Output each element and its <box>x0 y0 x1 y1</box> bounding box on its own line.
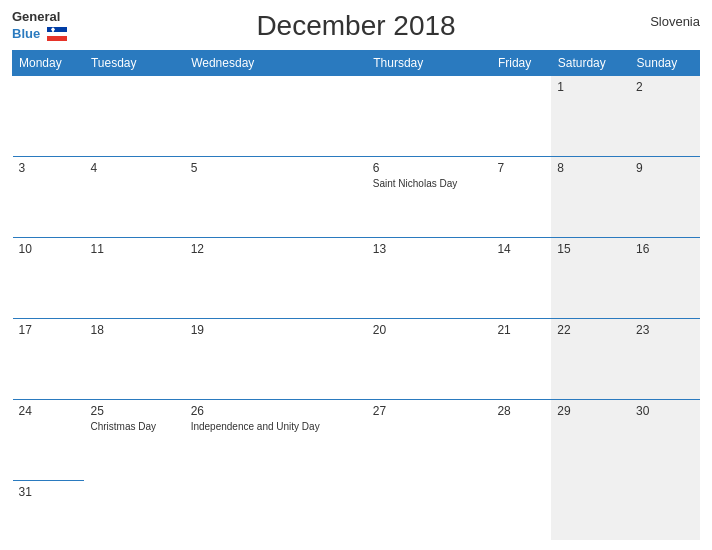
calendar-cell: 8 <box>551 156 630 237</box>
calendar-cell: 13 <box>367 237 492 318</box>
month-title: December 2018 <box>256 10 455 42</box>
svg-rect-0 <box>47 27 67 32</box>
calendar-week-row: 3456Saint Nicholas Day789 <box>13 156 700 237</box>
calendar-body: 123456Saint Nicholas Day7891011121314151… <box>13 76 700 541</box>
day-number: 15 <box>557 242 624 256</box>
calendar-cell: 29 <box>551 399 630 480</box>
calendar-cell: 31 <box>13 480 85 540</box>
day-number: 17 <box>19 323 79 337</box>
day-number: 18 <box>90 323 178 337</box>
logo: General Blue <box>12 10 67 42</box>
calendar-cell: 10 <box>13 237 85 318</box>
calendar-cell <box>367 76 492 157</box>
calendar-cell: 12 <box>185 237 367 318</box>
logo-blue-label: Blue <box>12 26 40 41</box>
day-number: 12 <box>191 242 361 256</box>
calendar-cell <box>367 480 492 540</box>
calendar-cell: 9 <box>630 156 699 237</box>
calendar-cell: 17 <box>13 318 85 399</box>
header-sunday: Sunday <box>630 51 699 76</box>
calendar-cell: 24 <box>13 399 85 480</box>
day-number: 24 <box>19 404 79 418</box>
calendar-cell <box>185 76 367 157</box>
calendar-cell: 22 <box>551 318 630 399</box>
calendar-cell <box>491 76 551 157</box>
weekday-header-row: Monday Tuesday Wednesday Thursday Friday… <box>13 51 700 76</box>
calendar-cell: 14 <box>491 237 551 318</box>
country-label: Slovenia <box>650 14 700 29</box>
calendar-cell: 23 <box>630 318 699 399</box>
calendar-cell: 19 <box>185 318 367 399</box>
day-number: 30 <box>636 404 693 418</box>
holiday-label: Christmas Day <box>90 420 178 433</box>
calendar-week-row: 10111213141516 <box>13 237 700 318</box>
day-number: 27 <box>373 404 486 418</box>
day-number: 26 <box>191 404 361 418</box>
svg-rect-2 <box>47 36 67 41</box>
day-number: 14 <box>497 242 545 256</box>
calendar-header: General Blue December 2018 Slovenia <box>12 10 700 42</box>
calendar-table: Monday Tuesday Wednesday Thursday Friday… <box>12 50 700 540</box>
day-number: 6 <box>373 161 486 175</box>
logo-flag-icon <box>47 27 67 41</box>
header-thursday: Thursday <box>367 51 492 76</box>
day-number: 16 <box>636 242 693 256</box>
svg-point-4 <box>51 28 54 31</box>
day-number: 20 <box>373 323 486 337</box>
calendar-cell: 18 <box>84 318 184 399</box>
calendar-cell: 21 <box>491 318 551 399</box>
day-number: 10 <box>19 242 79 256</box>
calendar-week-row: 2425Christmas Day26Independence and Unit… <box>13 399 700 480</box>
logo-blue-text: Blue <box>12 24 67 42</box>
day-number: 28 <box>497 404 545 418</box>
day-number: 25 <box>90 404 178 418</box>
calendar-cell: 26Independence and Unity Day <box>185 399 367 480</box>
day-number: 4 <box>90 161 178 175</box>
holiday-label: Independence and Unity Day <box>191 420 361 433</box>
day-number: 22 <box>557 323 624 337</box>
calendar-cell: 6Saint Nicholas Day <box>367 156 492 237</box>
header-monday: Monday <box>13 51 85 76</box>
header-tuesday: Tuesday <box>84 51 184 76</box>
logo-general-text: General <box>12 10 67 24</box>
day-number: 23 <box>636 323 693 337</box>
day-number: 9 <box>636 161 693 175</box>
calendar-cell: 25Christmas Day <box>84 399 184 480</box>
day-number: 2 <box>636 80 693 94</box>
day-number: 11 <box>90 242 178 256</box>
calendar-cell: 28 <box>491 399 551 480</box>
calendar-week-row: 31 <box>13 480 700 540</box>
day-number: 31 <box>19 485 79 499</box>
day-number: 21 <box>497 323 545 337</box>
day-number: 3 <box>19 161 79 175</box>
calendar-cell <box>84 480 184 540</box>
calendar-cell <box>185 480 367 540</box>
header-wednesday: Wednesday <box>185 51 367 76</box>
calendar-cell: 4 <box>84 156 184 237</box>
calendar-cell: 15 <box>551 237 630 318</box>
calendar-cell: 5 <box>185 156 367 237</box>
day-number: 5 <box>191 161 361 175</box>
calendar-cell: 30 <box>630 399 699 480</box>
day-number: 13 <box>373 242 486 256</box>
calendar-container: General Blue December 2018 Slovenia Mond… <box>0 0 712 550</box>
calendar-cell <box>551 480 630 540</box>
day-number: 1 <box>557 80 624 94</box>
calendar-cell: 16 <box>630 237 699 318</box>
day-number: 8 <box>557 161 624 175</box>
calendar-cell: 3 <box>13 156 85 237</box>
calendar-week-row: 12 <box>13 76 700 157</box>
calendar-cell <box>84 76 184 157</box>
calendar-cell: 20 <box>367 318 492 399</box>
header-friday: Friday <box>491 51 551 76</box>
calendar-header-row: Monday Tuesday Wednesday Thursday Friday… <box>13 51 700 76</box>
svg-rect-1 <box>47 32 67 36</box>
calendar-cell: 27 <box>367 399 492 480</box>
day-number: 19 <box>191 323 361 337</box>
holiday-label: Saint Nicholas Day <box>373 177 486 190</box>
calendar-cell <box>13 76 85 157</box>
calendar-cell <box>491 480 551 540</box>
calendar-week-row: 17181920212223 <box>13 318 700 399</box>
calendar-cell <box>630 480 699 540</box>
calendar-cell: 7 <box>491 156 551 237</box>
